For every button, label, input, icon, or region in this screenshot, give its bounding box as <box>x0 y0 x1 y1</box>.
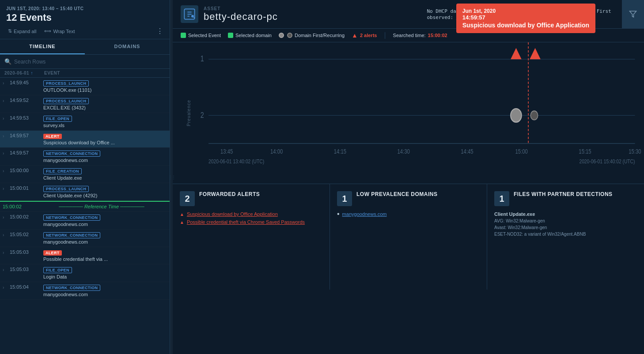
list-item: ▲ Possible credential theft via Chrome S… <box>180 219 322 225</box>
asset-info: ASSET betty-decaro-pc <box>204 6 413 23</box>
search-icon: 🔍 <box>4 58 11 65</box>
tooltip-time: 14:59:57 <box>462 14 589 21</box>
left-header: JUN 1ST, 2020: 13:40 – 15:40 UTC 12 Even… <box>0 0 170 39</box>
event-content: NETWORK_CONNECTION manygoodnews.com <box>43 232 167 245</box>
asset-label: ASSET <box>204 6 413 11</box>
events-count: 12 Events <box>6 12 163 23</box>
event-time: 15:05:03 <box>10 249 41 255</box>
table-row[interactable]: › 15:00:01 PROCESS_LAUNCH Client Update.… <box>0 183 170 201</box>
legend-domain-first: Domain First/Recurring <box>279 33 345 38</box>
expand-arrow-icon: › <box>3 81 8 86</box>
expand-arrow-icon: › <box>3 116 8 121</box>
search-input[interactable] <box>14 59 165 65</box>
event-name: manygoodnews.com <box>43 222 167 227</box>
list-item: Avast: Win32:Malware-gen <box>494 224 637 231</box>
alert-triangle-icon: ▲ <box>352 32 358 39</box>
event-content: NETWORK_CONNECTION manygoodnews.com <box>43 284 167 297</box>
svg-text:14:15: 14:15 <box>334 148 346 155</box>
domain-point <box>530 111 538 120</box>
tab-timeline[interactable]: TIMELINE <box>0 39 85 54</box>
toolbar: ⇅ Expand all ⟺ Wrap Text ⋮ <box>6 27 163 35</box>
sort-icon: ↑ <box>30 71 33 75</box>
selected-domain-label: Selected domain <box>235 33 272 38</box>
tooltip-date: Jun 1st, 2020 <box>462 8 589 14</box>
table-row[interactable]: › 15:05:04 NETWORK_CONNECTION manygoodne… <box>0 282 170 300</box>
svg-text:14:00: 14:00 <box>270 148 283 155</box>
left-panel: JUN 1ST, 2020: 13:40 – 15:40 UTC 12 Even… <box>0 0 170 354</box>
legend-alerts: ▲ 2 alerts <box>352 32 377 39</box>
domains-title: LOW PREVALENCE DOMAINS <box>356 191 437 198</box>
table-row[interactable]: › 14:59:57 ALERT Suspicious download by … <box>0 131 170 148</box>
event-badge: PROCESS_LAUNCH <box>43 80 89 87</box>
domain-first-label: Domain First/Recurring <box>295 33 345 38</box>
alert-link-1[interactable]: Suspicious download by Office Applicatio… <box>187 211 278 217</box>
domain-link-1[interactable]: manygoodnews.com <box>342 211 387 217</box>
event-badge: ALERT <box>43 134 62 139</box>
event-name: manygoodnews.com <box>43 158 167 163</box>
table-row[interactable]: › 15:05:03 ALERT Possible credential the… <box>0 247 170 264</box>
table-row[interactable]: › 15:05:02 NETWORK_CONNECTION manygoodne… <box>0 230 170 247</box>
expand-all-button[interactable]: ⇅ Expand all <box>6 27 38 35</box>
event-badge: NETWORK_CONNECTION <box>43 151 100 157</box>
events-list: › 14:59:45 PROCESS_LAUNCH OUTLOOK.exe (1… <box>0 78 170 354</box>
alerts-list: ▲ Suspicious download by Office Applicat… <box>180 211 322 225</box>
detection-file-name: Client Update.exe <box>494 211 637 217</box>
event-name: EXCEL.EXE (3432) <box>43 105 167 110</box>
event-badge: NETWORK_CONNECTION <box>43 285 100 291</box>
svg-text:1: 1 <box>201 54 204 63</box>
event-badge: NETWORK_CONNECTION <box>43 232 100 238</box>
table-row[interactable]: › 15:05:03 FILE_OPEN Login Data <box>0 264 170 282</box>
filter-button[interactable] <box>622 0 644 28</box>
event-content: FILE_CREATION Client Update.exe <box>43 168 167 181</box>
svg-text:14:45: 14:45 <box>461 148 473 155</box>
svg-point-1 <box>191 15 194 18</box>
low-prevalence-card: 1 LOW PREVALENCE DOMAINS • manygoodnews.… <box>330 184 487 290</box>
table-row[interactable]: › 15:00:00 FILE_CREATION Client Update.e… <box>0 166 170 183</box>
event-time: 15:05:04 <box>10 284 41 290</box>
event-badge: PROCESS_LAUNCH <box>43 98 89 104</box>
tab-domains[interactable]: DOMAINS <box>85 39 170 54</box>
col-date: 2020-06-01 ↑ <box>4 71 44 75</box>
event-name: manygoodnews.com <box>43 292 167 297</box>
table-row[interactable]: › 15:00:02 NETWORK_CONNECTION manygoodne… <box>0 212 170 230</box>
table-row[interactable]: › 14:59:57 NETWORK_CONNECTION manygoodne… <box>0 148 170 166</box>
wrap-icon: ⟺ <box>44 28 51 34</box>
svg-text:2020-06-01 15:40:02 (UTC): 2020-06-01 15:40:02 (UTC) <box>579 158 635 164</box>
list-item: ESET-NOD32: a variant of Win32/Agent.ABN… <box>494 231 637 237</box>
table-row[interactable]: › 14:59:52 PROCESS_LAUNCH EXCEL.EXE (343… <box>0 95 170 113</box>
event-name: Client Update.exe (4292) <box>43 193 167 198</box>
selected-event-color <box>181 33 186 38</box>
expand-arrow-icon: › <box>3 233 8 237</box>
table-row[interactable]: › 14:59:53 FILE_OPEN survey.xls <box>0 113 170 131</box>
domains-count: 1 <box>337 191 352 206</box>
expand-arrow-icon: › <box>3 250 8 255</box>
timeline-chart: 1 2 13:45 14:00 14:15 14:30 14:45 15:00 … <box>190 42 644 166</box>
ref-time: 15:00:02 <box>3 204 34 209</box>
detections-count: 1 <box>494 191 509 206</box>
event-time: 15:05:03 <box>10 267 41 272</box>
searched-time-value: 15:00:02 <box>428 33 447 38</box>
domains-list: • manygoodnews.com <box>337 211 480 217</box>
alerts-title: FORWARDED ALERTS <box>199 191 260 198</box>
alert-link-2[interactable]: Possible credential theft via Chrome Sav… <box>187 219 305 225</box>
event-name: OUTLOOK.exe (1101) <box>43 87 167 93</box>
event-badge: FILE_OPEN <box>43 116 72 122</box>
ref-time-label: ─────── Reference Time ─────── <box>36 204 167 209</box>
wrap-text-button[interactable]: ⟺ Wrap Text <box>42 27 76 35</box>
domain-first-color <box>279 33 284 38</box>
svg-text:2: 2 <box>201 110 204 119</box>
event-content: NETWORK_CONNECTION manygoodnews.com <box>43 150 167 163</box>
event-content: PROCESS_LAUNCH Client Update.exe (4292) <box>43 185 167 198</box>
svg-marker-2 <box>630 11 636 17</box>
search-box: 🔍 <box>0 55 170 69</box>
alert-bullet-icon: ▲ <box>180 220 184 225</box>
chart-area: Prevalence 1 2 13:45 14:00 14:15 14:30 1… <box>173 42 644 184</box>
event-time: 14:59:57 <box>10 150 41 155</box>
expand-arrow-icon: › <box>3 186 8 191</box>
expand-arrow-icon: › <box>3 169 8 173</box>
svg-text:13:45: 13:45 <box>220 148 233 155</box>
partner-detections-card: 1 FILES WITH PARTNER DETECTIONS Client U… <box>487 184 644 290</box>
more-options-icon[interactable]: ⋮ <box>156 27 163 35</box>
table-row[interactable]: › 14:59:45 PROCESS_LAUNCH OUTLOOK.exe (1… <box>0 78 170 95</box>
event-badge: PROCESS_LAUNCH <box>43 186 89 192</box>
